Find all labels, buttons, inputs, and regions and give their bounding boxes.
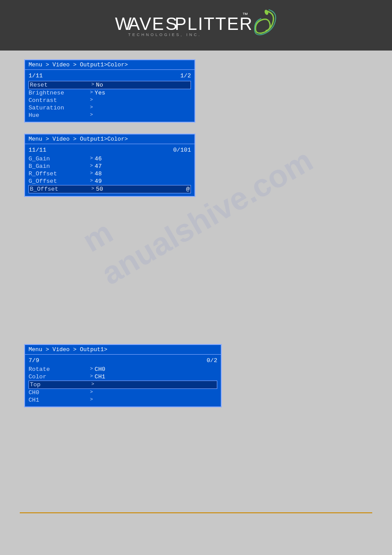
logo-text-block: W AVE S PLITTER ™ TECHNOLOGIES, INC. (115, 9, 251, 42)
panel1-row1-arrow: > (90, 90, 93, 96)
panel2-content: 11/11 0/101 G_Gain > 46 B_Gain > 47 R_Of… (25, 144, 194, 196)
panel3-row1-name: Color (29, 374, 90, 380)
svg-text:AVE: AVE (128, 14, 165, 33)
logo-swirl-icon (253, 9, 277, 42)
panel2-row3-arrow: > (90, 178, 93, 185)
header: W AVE S PLITTER ™ TECHNOLOGIES, INC. (0, 0, 392, 51)
panel1-status-right: 1/2 (180, 73, 191, 79)
panel2-row-4[interactable]: B_Offset > 50 @ (29, 185, 191, 193)
panel1-row3-name: Saturation (29, 105, 90, 111)
panel1-status-row: 1/11 1/2 (29, 72, 191, 81)
svg-text:™: ™ (242, 11, 248, 18)
panel2-status-right: 0/101 (173, 147, 191, 153)
panel2-row0-arrow: > (90, 156, 93, 162)
panel2-row0-value: 46 (95, 156, 191, 162)
logo-svg: W AVE S PLITTER ™ TECHNOLOGIES, INC. (115, 9, 251, 40)
panel1-row2-arrow: > (90, 97, 93, 104)
menu-panel-3: Menu > Video > Output1> 7/9 0/2 Rotate >… (24, 344, 222, 407)
panel3-row4-value (95, 397, 217, 403)
panel2-row-1[interactable]: B_Gain > 47 (29, 163, 191, 170)
panel3-row2-arrow: > (91, 381, 94, 388)
logo-container: W AVE S PLITTER ™ TECHNOLOGIES, INC. (115, 9, 277, 42)
panel1-row4-name: Hue (29, 112, 90, 119)
panel1-row-1[interactable]: Brightnese > Yes (29, 89, 191, 97)
panel3-content: 7/9 0/2 Rotate > CH0 Color > CH1 Top > (25, 355, 221, 406)
panel3-row4-arrow: > (90, 397, 93, 403)
panel3-status-left: 7/9 (29, 357, 39, 364)
svg-point-6 (264, 9, 269, 15)
panel3-row0-name: Rotate (29, 366, 90, 373)
menu-panel-2: Menu > Video > Output1>Color> 11/11 0/10… (24, 134, 195, 197)
panel3-row0-value: CH0 (95, 366, 217, 373)
panel3-row1-arrow: > (90, 374, 93, 380)
panel2-row4-value: 50 (96, 186, 158, 192)
panel3-row-4[interactable]: CH1 > (29, 396, 217, 404)
panel1-row0-name: Reset (30, 82, 91, 88)
panel3-row3-name: CH0 (29, 389, 90, 396)
panel2-row4-extra: @ (158, 186, 190, 192)
panel1-row1-name: Brightnese (29, 90, 90, 96)
panel1-content: 1/11 1/2 Reset > No Brightnese > Yes Con… (25, 70, 194, 122)
breadcrumb-1: Menu > Video > Output1>Color> (25, 60, 194, 70)
panel2-row3-value: 49 (95, 178, 191, 185)
panel2-row0-name: G_Gain (29, 156, 90, 162)
panel1-row2-value (95, 97, 191, 104)
panel1-row-2[interactable]: Contrast > (29, 97, 191, 104)
menu-panel-1: Menu > Video > Output1>Color> 1/11 1/2 R… (24, 59, 195, 123)
panel2-status-left: 11/11 (29, 147, 47, 153)
panel1-row4-arrow: > (90, 112, 93, 119)
panel3-row3-value (95, 389, 217, 396)
panel2-status-row: 11/11 0/101 (29, 146, 191, 155)
panel3-row4-name: CH1 (29, 397, 90, 403)
panel3-status-right: 0/2 (207, 357, 217, 364)
panel1-row-0[interactable]: Reset > No (29, 81, 191, 89)
panel1-row-3[interactable]: Saturation > (29, 104, 191, 112)
panel2-row1-arrow: > (90, 163, 93, 170)
spacer (24, 208, 368, 344)
panel1-row3-value (95, 105, 191, 111)
panel2-row1-name: B_Gain (29, 163, 90, 170)
panel2-row-0[interactable]: G_Gain > 46 (29, 155, 191, 163)
svg-text:PLITTER: PLITTER (175, 14, 251, 33)
panel2-row4-name: B_Offset (30, 186, 91, 192)
panel3-status-row: 7/9 0/2 (29, 356, 217, 366)
panel2-row2-name: R_Offset (29, 170, 90, 177)
panel3-row2-name: Top (30, 381, 91, 388)
panel2-row4-arrow: > (91, 186, 94, 192)
panel2-row2-value: 48 (95, 170, 191, 177)
panels-area: Menu > Video > Output1>Color> 1/11 1/2 R… (0, 51, 392, 427)
svg-text:TECHNOLOGIES, INC.: TECHNOLOGIES, INC. (128, 33, 201, 37)
panel1-row3-arrow: > (90, 105, 93, 111)
panel3-row-1[interactable]: Color > CH1 (29, 373, 217, 381)
panel1-row2-name: Contrast (29, 97, 90, 104)
panel2-row3-name: G_Offset (29, 178, 90, 185)
panel3-row2-value (96, 381, 216, 388)
panel3-row-0[interactable]: Rotate > CH0 (29, 366, 217, 373)
panel2-row-3[interactable]: G_Offset > 49 (29, 178, 191, 185)
panel1-row4-value (95, 112, 191, 119)
panel2-row2-arrow: > (90, 170, 93, 177)
panel2-row-2[interactable]: R_Offset > 48 (29, 170, 191, 178)
breadcrumb-2: Menu > Video > Output1>Color> (25, 134, 194, 144)
footer-line (20, 512, 372, 513)
panel3-row1-value: CH1 (95, 374, 217, 380)
panel3-row0-arrow: > (90, 366, 93, 373)
panel1-row-4[interactable]: Hue > (29, 112, 191, 119)
panel1-row0-arrow: > (91, 82, 94, 88)
panel3-row3-arrow: > (90, 389, 93, 396)
panel1-row1-value: Yes (95, 90, 191, 96)
panel3-row-2[interactable]: Top > (29, 381, 217, 389)
panel1-status-left: 1/11 (29, 73, 43, 79)
panel1-row0-value: No (96, 82, 190, 88)
breadcrumb-3: Menu > Video > Output1> (25, 345, 221, 355)
panel2-row1-value: 47 (95, 163, 191, 170)
panel3-row-3[interactable]: CH0 > (29, 389, 217, 396)
